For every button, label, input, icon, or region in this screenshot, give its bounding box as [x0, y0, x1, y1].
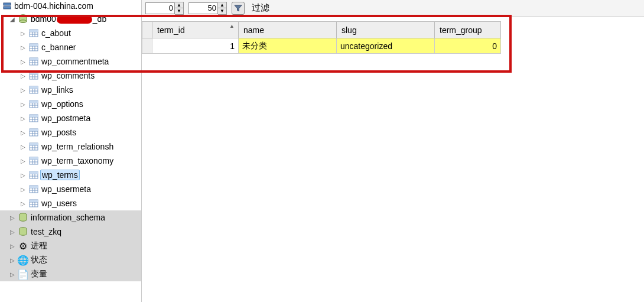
- table-row[interactable]: ▷wp_users: [0, 196, 141, 210]
- svg-rect-9: [30, 30, 38, 32]
- svg-rect-1: [4, 7, 11, 9]
- system-item-label: 进程: [30, 241, 47, 251]
- table-icon: [28, 113, 39, 124]
- process-icon: ⚙: [18, 241, 28, 251]
- filter-icon: [234, 4, 242, 12]
- offset-input[interactable]: [145, 2, 175, 14]
- system-item-label: 状态: [30, 255, 47, 265]
- table-icon: [28, 184, 39, 194]
- table-name-label: wp_term_taxonomy: [40, 156, 113, 165]
- database-icon: [18, 14, 28, 24]
- column-header-term-id[interactable]: term_id ▲: [152, 22, 239, 38]
- database-row[interactable]: ◢ bdm00_db: [0, 12, 141, 26]
- globe-icon: 🌐: [18, 255, 28, 265]
- table-row[interactable]: ▷wp_options: [0, 97, 141, 111]
- svg-rect-33: [30, 86, 38, 89]
- offset-down-button[interactable]: ▼: [175, 8, 183, 14]
- expand-arrow-icon[interactable]: ▷: [19, 72, 27, 80]
- table-row[interactable]: ▷wp_term_taxonomy: [0, 154, 141, 168]
- table-row[interactable]: ▷wp_terms: [0, 168, 141, 182]
- server-row[interactable]: bdm-004.hichina.com: [0, 0, 141, 12]
- system-item-row[interactable]: ▷information_schema: [0, 210, 141, 225]
- filter-label: 过滤: [252, 2, 269, 14]
- table-name-label: wp_comments: [40, 71, 95, 80]
- table-row[interactable]: ▷wp_posts: [0, 125, 141, 139]
- column-header-slug[interactable]: slug: [337, 22, 435, 38]
- table-row[interactable]: 1未分类uncategorized0: [142, 38, 501, 54]
- database-icon: [18, 226, 28, 237]
- expand-arrow-icon[interactable]: ◢: [8, 15, 17, 23]
- table-row[interactable]: ▷c_banner: [0, 40, 141, 54]
- system-item-row[interactable]: ▷🌐状态: [0, 253, 141, 267]
- svg-rect-0: [4, 3, 11, 5]
- expand-arrow-icon[interactable]: ▷: [19, 114, 27, 122]
- toolbar: ▲ ▼ ▲ ▼ 过滤: [142, 0, 644, 17]
- column-header-term-group[interactable]: term_group: [435, 22, 501, 38]
- svg-rect-69: [30, 171, 38, 174]
- limit-spinner[interactable]: ▲ ▼: [188, 2, 227, 15]
- row-header-corner: [142, 22, 152, 38]
- expand-arrow-icon[interactable]: ▷: [19, 128, 27, 137]
- table-icon: [28, 85, 39, 95]
- expand-arrow-icon[interactable]: ▷: [8, 213, 17, 222]
- filter-button[interactable]: [232, 2, 245, 15]
- limit-up-button[interactable]: ▲: [218, 2, 226, 8]
- sort-asc-icon: ▲: [229, 23, 235, 29]
- database-name: bdm00_db: [30, 14, 106, 24]
- table-name-label: wp_terms: [40, 170, 80, 180]
- table-row[interactable]: ▷wp_usermeta: [0, 182, 141, 196]
- table-row[interactable]: ▷wp_postmeta: [0, 111, 141, 125]
- table-row[interactable]: ▷wp_term_relationsh: [0, 139, 141, 154]
- table-icon: [28, 198, 39, 209]
- svg-rect-45: [30, 115, 38, 117]
- table-icon: [28, 127, 39, 138]
- server-icon: [2, 1, 12, 11]
- table-name-label: wp_users: [40, 199, 77, 208]
- cell-term-group[interactable]: 0: [435, 38, 501, 54]
- svg-rect-75: [30, 186, 38, 188]
- expand-arrow-icon[interactable]: ▷: [19, 57, 27, 66]
- svg-rect-27: [30, 72, 38, 74]
- system-item-row[interactable]: ▷📄变量: [0, 267, 141, 281]
- expand-arrow-icon[interactable]: ▷: [8, 270, 17, 278]
- table-name-label: wp_postmeta: [40, 113, 90, 123]
- row-header-cell[interactable]: [142, 38, 152, 54]
- data-grid[interactable]: term_id ▲ name slug term_group 1未分类uncat…: [142, 21, 501, 54]
- expand-arrow-icon[interactable]: ▷: [19, 171, 27, 179]
- expand-arrow-icon[interactable]: ▷: [8, 256, 17, 264]
- system-item-row[interactable]: ▷test_zkq: [0, 225, 141, 239]
- table-row[interactable]: ▷wp_links: [0, 83, 141, 97]
- table-row[interactable]: ▷wp_comments: [0, 69, 141, 83]
- cell-name[interactable]: 未分类: [239, 38, 337, 54]
- table-name-label: wp_commentmeta: [40, 57, 109, 66]
- expand-arrow-icon[interactable]: ▷: [19, 142, 27, 151]
- expand-arrow-icon[interactable]: ▷: [19, 100, 27, 108]
- expand-arrow-icon[interactable]: ▷: [19, 29, 27, 37]
- cell-term-id[interactable]: 1: [152, 38, 239, 54]
- expand-arrow-icon[interactable]: ▷: [19, 157, 27, 165]
- table-icon: [28, 141, 39, 152]
- expand-arrow-icon[interactable]: ▷: [19, 185, 27, 193]
- table-name-label: wp_links: [40, 85, 73, 95]
- table-icon: [28, 42, 39, 53]
- table-icon: [28, 56, 39, 67]
- table-icon: [28, 28, 39, 38]
- system-item-label: information_schema: [30, 213, 105, 222]
- system-item-label: 变量: [30, 269, 47, 280]
- table-row[interactable]: ▷c_about: [0, 26, 141, 40]
- column-header-name[interactable]: name: [239, 22, 337, 38]
- limit-input[interactable]: [188, 2, 218, 14]
- expand-arrow-icon[interactable]: ▷: [8, 228, 17, 236]
- offset-up-button[interactable]: ▲: [175, 2, 183, 8]
- table-name-label: wp_posts: [40, 128, 76, 137]
- limit-down-button[interactable]: ▼: [218, 8, 226, 14]
- system-item-row[interactable]: ▷⚙进程: [0, 239, 141, 253]
- expand-arrow-icon[interactable]: ▷: [19, 199, 27, 207]
- offset-spinner[interactable]: ▲ ▼: [145, 2, 184, 15]
- expand-arrow-icon[interactable]: ▷: [19, 86, 27, 94]
- cell-slug[interactable]: uncategorized: [337, 38, 435, 54]
- table-row[interactable]: ▷wp_commentmeta: [0, 54, 141, 69]
- database-icon: [18, 212, 28, 223]
- expand-arrow-icon[interactable]: ▷: [19, 43, 27, 51]
- expand-arrow-icon[interactable]: ▷: [8, 242, 17, 250]
